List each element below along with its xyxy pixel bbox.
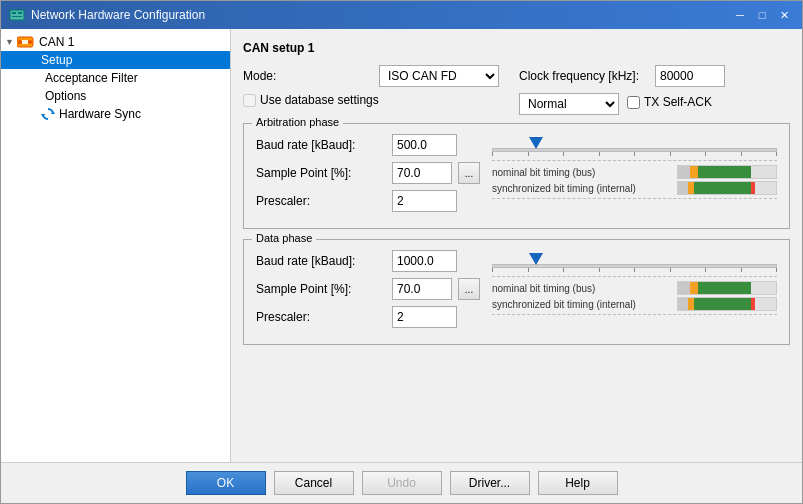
data-nominal-row: nominal bit timing (bus) (492, 281, 777, 295)
data-sample-input[interactable] (392, 278, 452, 300)
tx-self-ack-checkbox[interactable] (627, 96, 640, 109)
arb-sync-row: synchronized bit timing (internal) (492, 181, 777, 195)
arb-slider-thumb[interactable] (529, 137, 543, 149)
arb-dotted-line (492, 160, 777, 161)
cancel-button[interactable]: Cancel (274, 471, 354, 495)
data-dotted-line (492, 276, 777, 277)
arb-prescaler-label: Prescaler: (256, 194, 386, 208)
data-baud-row: Baud rate [kBaud]: (256, 250, 480, 272)
arbitration-timing: nominal bit timing (bus) synchronized bi… (492, 134, 777, 218)
data-prescaler-input[interactable] (392, 306, 457, 328)
arbitration-title: Arbitration phase (252, 116, 343, 128)
arb-sample-ellipsis[interactable]: ... (458, 162, 480, 184)
window-title: Network Hardware Configuration (31, 8, 730, 22)
mode-label: Mode: (243, 69, 373, 83)
mode-select[interactable]: ISO CAN FD CAN FD CAN (379, 65, 499, 87)
sidebar-item-acceptance-filter[interactable]: Acceptance Filter (1, 69, 230, 87)
page-title: CAN setup 1 (243, 41, 790, 55)
clock-label: Clock frequency [kHz]: (519, 69, 649, 83)
data-dotted-bottom (492, 314, 777, 315)
mode-group: Mode: ISO CAN FD CAN FD CAN Use database… (243, 65, 499, 115)
data-slider-thumb[interactable] (529, 253, 543, 265)
normal-tx-row: Normal Listen Only Self-Test TX Self-ACK (519, 93, 725, 115)
arb-baud-row: Baud rate [kBaud]: (256, 134, 480, 156)
data-slider-container (492, 250, 777, 272)
arb-sync-bar (677, 181, 777, 195)
driver-button[interactable]: Driver... (450, 471, 530, 495)
footer: OK Cancel Undo Driver... Help (1, 462, 802, 503)
arbitration-content: Baud rate [kBaud]: Sample Point [%]: ...… (256, 134, 777, 218)
arb-nominal-row: nominal bit timing (bus) (492, 165, 777, 179)
can1-icon (17, 35, 35, 49)
arb-slider-container (492, 134, 777, 156)
can1-label: CAN 1 (39, 35, 74, 49)
sidebar-item-can1[interactable]: ▼ CAN 1 (1, 33, 230, 51)
title-bar-controls: ─ □ ✕ (730, 7, 794, 23)
tx-self-ack-row: TX Self-ACK (627, 95, 712, 109)
svg-rect-1 (12, 12, 16, 14)
svg-rect-7 (22, 40, 28, 44)
data-sample-ellipsis[interactable]: ... (458, 278, 480, 300)
data-title: Data phase (252, 232, 316, 244)
use-db-label: Use database settings (260, 93, 379, 107)
clock-group: Clock frequency [kHz]: Normal Listen Onl… (519, 65, 725, 115)
mode-row: Mode: ISO CAN FD CAN FD CAN (243, 65, 499, 87)
data-content: Baud rate [kBaud]: Sample Point [%]: ...… (256, 250, 777, 334)
use-db-checkbox[interactable] (243, 94, 256, 107)
sync-icon (41, 107, 55, 121)
acceptance-filter-label: Acceptance Filter (45, 71, 138, 85)
window-icon (9, 7, 25, 23)
main-window: Network Hardware Configuration ─ □ ✕ ▼ (0, 0, 803, 504)
content-area: ▼ CAN 1 Setup Acceptance Filter (1, 29, 802, 462)
svg-rect-2 (18, 12, 22, 14)
data-sample-row: Sample Point [%]: ... (256, 278, 480, 300)
main-panel: CAN setup 1 Mode: ISO CAN FD CAN FD CAN (231, 29, 802, 462)
data-nominal-label: nominal bit timing (bus) (492, 283, 677, 294)
clock-row: Clock frequency [kHz]: (519, 65, 725, 87)
svg-rect-3 (12, 16, 22, 17)
options-label: Options (45, 89, 86, 103)
clock-input[interactable] (655, 65, 725, 87)
data-nominal-bar (677, 281, 777, 295)
data-group: Data phase Baud rate [kBaud]: Sample Poi… (243, 239, 790, 345)
data-sync-label: synchronized bit timing (internal) (492, 299, 677, 310)
svg-rect-0 (10, 10, 24, 20)
close-button[interactable]: ✕ (774, 7, 794, 23)
arb-dotted-bottom (492, 198, 777, 199)
arb-sample-row: Sample Point [%]: ... (256, 162, 480, 184)
setup-label: Setup (41, 53, 72, 67)
arbitration-fields: Baud rate [kBaud]: Sample Point [%]: ...… (256, 134, 480, 218)
data-fields: Baud rate [kBaud]: Sample Point [%]: ...… (256, 250, 480, 334)
arb-sample-input[interactable] (392, 162, 452, 184)
arbitration-group: Arbitration phase Baud rate [kBaud]: Sam… (243, 123, 790, 229)
undo-button[interactable]: Undo (362, 471, 442, 495)
arb-tick-marks (492, 152, 777, 156)
arb-baud-input[interactable] (392, 134, 457, 156)
sidebar-item-setup[interactable]: Setup (1, 51, 230, 69)
minimize-button[interactable]: ─ (730, 7, 750, 23)
hardware-sync-label: Hardware Sync (59, 107, 141, 121)
sidebar-item-hardware-sync[interactable]: Hardware Sync (1, 105, 230, 123)
sidebar: ▼ CAN 1 Setup Acceptance Filter (1, 29, 231, 462)
svg-point-5 (18, 40, 22, 44)
arb-nominal-bar (677, 165, 777, 179)
arb-sample-label: Sample Point [%]: (256, 166, 386, 180)
data-tick-marks (492, 268, 777, 272)
maximize-button[interactable]: □ (752, 7, 772, 23)
help-button[interactable]: Help (538, 471, 618, 495)
data-baud-input[interactable] (392, 250, 457, 272)
data-timing: nominal bit timing (bus) synchronized bi… (492, 250, 777, 334)
sidebar-item-options[interactable]: Options (1, 87, 230, 105)
normal-select[interactable]: Normal Listen Only Self-Test (519, 93, 619, 115)
arb-prescaler-input[interactable] (392, 190, 457, 212)
expand-icon: ▼ (5, 37, 17, 47)
use-db-row: Use database settings (243, 93, 499, 107)
ok-button[interactable]: OK (186, 471, 266, 495)
top-controls: Mode: ISO CAN FD CAN FD CAN Use database… (243, 65, 790, 115)
arb-nominal-label: nominal bit timing (bus) (492, 167, 677, 178)
arb-sync-label: synchronized bit timing (internal) (492, 183, 677, 194)
data-sample-label: Sample Point [%]: (256, 282, 386, 296)
arb-baud-label: Baud rate [kBaud]: (256, 138, 386, 152)
data-prescaler-label: Prescaler: (256, 310, 386, 324)
svg-point-6 (28, 40, 32, 44)
